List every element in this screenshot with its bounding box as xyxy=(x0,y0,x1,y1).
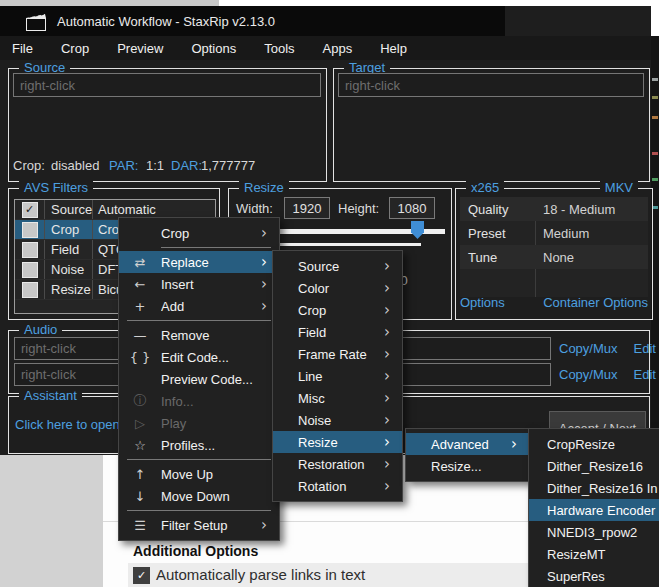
submenu-item-superres[interactable]: SuperRes xyxy=(529,565,659,587)
menu-file[interactable]: File xyxy=(3,38,42,59)
container-badge[interactable]: MKV xyxy=(600,180,638,196)
submenu-item-hardware-encoder[interactable]: Hardware Encoder xyxy=(529,499,659,521)
menu-item-replace[interactable]: ⇄ Replace › xyxy=(119,251,279,273)
checkbox-checked-icon[interactable]: ✓ xyxy=(22,202,38,218)
checkbox-unchecked-icon[interactable] xyxy=(22,282,38,298)
encoder-links: Options Container Options xyxy=(460,295,648,310)
titlebar[interactable]: Automatic Workflow - StaxRip v2.13.0 xyxy=(0,6,505,36)
submenu-item-resize[interactable]: Resize› xyxy=(273,431,402,453)
copy-mux-link[interactable]: Copy/Mux xyxy=(559,341,618,356)
menu-options[interactable]: Options xyxy=(182,38,245,59)
submenu-item-resize-dialog[interactable]: Resize... xyxy=(406,455,529,477)
checkbox-cell xyxy=(15,280,45,299)
window-behind-text-fragment xyxy=(652,96,658,99)
menu-tools[interactable]: Tools xyxy=(255,38,303,59)
height-input[interactable] xyxy=(389,197,435,219)
par-value: 1:1 xyxy=(146,158,164,173)
menu-item-label: Play xyxy=(161,416,261,431)
submenu-item-source[interactable]: Source› xyxy=(273,255,402,277)
submenu-item-frame-rate[interactable]: Frame Rate› xyxy=(273,343,402,365)
submenu-item-color[interactable]: Color› xyxy=(273,277,402,299)
menu-separator xyxy=(127,459,271,460)
menu-item-filter-setup[interactable]: ☰ Filter Setup › xyxy=(119,514,279,536)
checkbox-unchecked-icon[interactable] xyxy=(22,242,38,258)
replace-icon: ⇄ xyxy=(119,255,161,270)
menu-item-label: Insert xyxy=(161,277,261,292)
edit-link[interactable]: Edit xyxy=(634,367,656,382)
chevron-right-icon: › xyxy=(384,325,402,340)
menu-item-edit-code[interactable]: { } Edit Code... xyxy=(119,346,279,368)
quality-row[interactable]: Quality 18 - Medium xyxy=(460,197,648,221)
menu-item-label: Move Down xyxy=(161,489,261,504)
braces-icon: { } xyxy=(119,350,161,365)
checkbox-unchecked-icon[interactable] xyxy=(22,222,38,238)
menu-item-add[interactable]: + Add › xyxy=(119,295,279,317)
width-input[interactable] xyxy=(284,197,330,219)
setting-name: Preset xyxy=(460,226,535,241)
par-label[interactable]: PAR: xyxy=(109,158,138,173)
menu-separator xyxy=(127,320,271,321)
container-options-link[interactable]: Container Options xyxy=(543,295,648,310)
checkbox-checked-icon[interactable]: ✓ xyxy=(133,567,150,584)
menu-item-remove[interactable]: — Remove xyxy=(119,324,279,346)
submenu-item-line[interactable]: Line› xyxy=(273,365,402,387)
chevron-right-icon: › xyxy=(384,457,402,472)
menu-item-crop[interactable]: Crop › xyxy=(119,222,279,244)
menu-item-label: Profiles... xyxy=(161,438,261,453)
chevron-right-icon: › xyxy=(384,303,402,318)
chevron-right-icon: › xyxy=(384,259,402,274)
checkbox-unchecked-icon[interactable] xyxy=(22,262,38,278)
edit-link[interactable]: Edit xyxy=(634,341,656,356)
chevron-right-icon: › xyxy=(384,281,402,296)
checkbox-cell xyxy=(15,240,45,259)
submenu-item-advanced[interactable]: Advanced› xyxy=(406,433,529,455)
window-title: Automatic Workflow - StaxRip v2.13.0 xyxy=(57,14,275,29)
submenu-item-dither-resize16[interactable]: Dither_Resize16 xyxy=(529,455,659,477)
tune-row[interactable]: Tune None xyxy=(460,245,648,269)
submenu-item-crop[interactable]: Crop› xyxy=(273,299,402,321)
checkbox-label: Automatically parse links in text xyxy=(156,566,365,583)
submenu-item-cropresize[interactable]: CropResize xyxy=(529,433,659,455)
assistant-link[interactable]: Click here to open a xyxy=(15,417,131,432)
submenu-item-nnedi3-rpow2[interactable]: NNEDI3_rpow2 xyxy=(529,521,659,543)
window-behind-text-fragment xyxy=(652,152,658,155)
menu-item-move-up[interactable]: ↑ Move Up xyxy=(119,463,279,485)
menu-help[interactable]: Help xyxy=(371,38,416,59)
menu-crop[interactable]: Crop xyxy=(52,38,98,59)
filter-context-menu: Crop › ⇄ Replace › ← Insert › + Add › — … xyxy=(118,217,280,541)
additional-options-heading: Additional Options xyxy=(133,543,258,559)
submenu-item-field[interactable]: Field› xyxy=(273,321,402,343)
setting-name: Quality xyxy=(460,202,535,217)
menu-separator xyxy=(161,247,271,248)
menu-apps[interactable]: Apps xyxy=(314,38,362,59)
source-group: Source Crop: disabled PAR: 1:1 DAR: 1,77… xyxy=(8,68,327,182)
submenu-item-rotation[interactable]: Rotation› xyxy=(273,475,402,497)
submenu-item-dither-resize16-in-l[interactable]: Dither_Resize16 In L xyxy=(529,477,659,499)
advanced-resize-submenu: CropResize Dither_Resize16 Dither_Resize… xyxy=(528,428,659,587)
copy-mux-link[interactable]: Copy/Mux xyxy=(559,367,618,382)
menu-item-insert[interactable]: ← Insert › xyxy=(119,273,279,295)
chevron-right-icon: › xyxy=(384,413,402,428)
menu-item-preview-code[interactable]: Preview Code... xyxy=(119,368,279,390)
x265-group-title[interactable]: x265 xyxy=(466,180,504,196)
target-input[interactable] xyxy=(338,73,644,97)
menu-item-label: Color xyxy=(273,281,384,296)
submenu-item-noise[interactable]: Noise› xyxy=(273,409,402,431)
submenu-item-restoration[interactable]: Restoration› xyxy=(273,453,402,475)
menu-item-label: Misc xyxy=(273,391,384,406)
menu-item-label: Dither_Resize16 In L xyxy=(547,481,659,496)
menu-item-label: Preview Code... xyxy=(161,372,261,387)
dar-label[interactable]: DAR: xyxy=(171,158,202,173)
menu-item-move-down[interactable]: ↓ Move Down xyxy=(119,485,279,507)
menu-item-label: Advanced xyxy=(406,437,511,452)
submenu-item-misc[interactable]: Misc› xyxy=(273,387,402,409)
menu-separator xyxy=(127,510,271,511)
preset-row[interactable]: Preset Medium xyxy=(460,221,648,245)
menu-item-label: NNEDI3_rpow2 xyxy=(547,525,659,540)
source-input[interactable] xyxy=(13,73,321,97)
submenu-item-resizemt[interactable]: ResizeMT xyxy=(529,543,659,565)
menu-item-profiles[interactable]: ☆ Profiles... xyxy=(119,434,279,456)
menu-preview[interactable]: Preview xyxy=(108,38,172,59)
resize-slider-thumb[interactable] xyxy=(411,221,424,239)
options-link[interactable]: Options xyxy=(460,295,505,310)
